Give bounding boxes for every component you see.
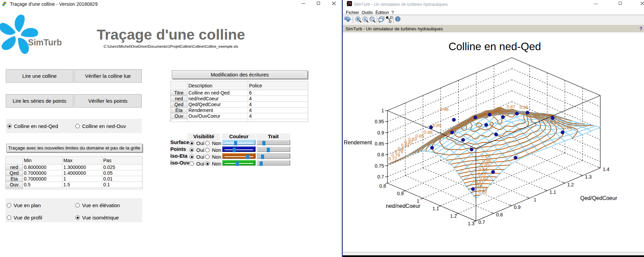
svg-text:0.89: 0.89 [563,125,572,130]
svg-text:0.89: 0.89 [433,123,441,128]
svg-text:0.78: 0.78 [478,189,487,195]
svg-text:1.1: 1.1 [432,206,439,211]
svg-text:0.88: 0.88 [424,130,432,135]
svg-text:0.9: 0.9 [551,120,557,125]
svg-text:0.86: 0.86 [520,105,528,110]
svg-text:Qed/QedCoeur: Qed/QedCoeur [580,195,617,201]
svg-text:Rendement: Rendement [344,140,372,145]
svg-text:?: ? [397,17,399,21]
svg-text:1: 1 [534,197,536,202]
svg-text:0.85: 0.85 [375,141,384,146]
svg-text:1.3: 1.3 [468,221,475,226]
svg-text:0.7: 0.7 [378,174,384,180]
svg-text:1.2: 1.2 [567,182,574,187]
svg-text:0.85: 0.85 [415,133,424,139]
svg-text:1: 1 [364,17,366,21]
svg-text:1: 1 [381,108,384,113]
svg-text:0.8: 0.8 [378,152,384,157]
svg-text:0.9: 0.9 [514,204,521,210]
svg-text:0.8: 0.8 [379,183,386,189]
svg-text:0.95: 0.95 [375,119,384,124]
svg-text:0.9: 0.9 [397,191,404,196]
svg-text:1.2: 1.2 [450,213,457,219]
svg-text:0.96: 0.96 [440,107,448,112]
svg-text:0.8: 0.8 [496,212,503,217]
svg-text:1.3: 1.3 [585,174,592,180]
svg-text:0.87: 0.87 [507,104,515,109]
svg-text:ned/nedCoeur: ned/nedCoeur [386,203,420,209]
svg-text:1.4: 1.4 [603,167,610,172]
svg-text:0.9: 0.9 [378,130,384,135]
svg-text:1.1: 1.1 [550,189,556,195]
svg-text:0.7: 0.7 [478,219,485,225]
svg-text:Colline en ned-Qed: Colline en ned-Qed [448,40,541,53]
svg-text:0.75: 0.75 [375,163,384,169]
